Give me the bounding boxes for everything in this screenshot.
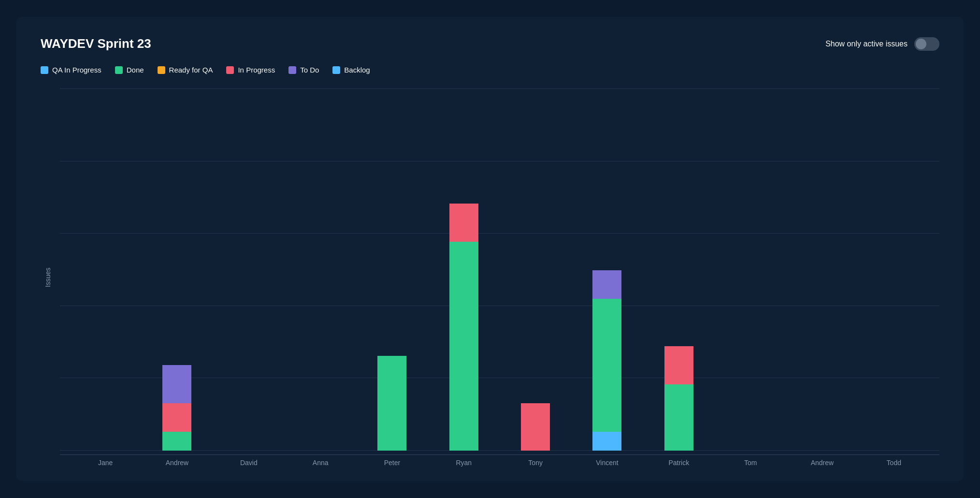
legend-swatch-backlog xyxy=(332,66,340,74)
toggle-area: Show only active issues xyxy=(825,37,939,51)
legend-item-ready-for-qa: Ready for QA xyxy=(158,66,213,74)
legend-item-in-progress: In Progress xyxy=(226,66,275,74)
x-label-andrew: Andrew xyxy=(141,455,213,467)
active-issues-toggle[interactable] xyxy=(914,37,939,51)
x-label-patrick: Patrick xyxy=(643,455,715,467)
bar-stack[interactable] xyxy=(664,346,693,451)
bar-group-david xyxy=(213,88,285,451)
x-label-ryan: Ryan xyxy=(428,455,500,467)
legend-item-qa-in-progress: QA In Progress xyxy=(41,66,101,74)
bar-group-anna xyxy=(285,88,356,451)
chart-inner: JaneAndrewDavidAnnaPeterRyanTonyVincentP… xyxy=(60,88,939,467)
legend-label-done: Done xyxy=(127,66,144,74)
legend-label-to-do: To Do xyxy=(300,66,319,74)
bar-group-jane xyxy=(70,88,141,451)
x-label-david: David xyxy=(213,455,285,467)
x-label-vincent: Vincent xyxy=(571,455,643,467)
bar-group-andrew xyxy=(786,88,858,451)
bar-segment-to-do xyxy=(162,365,191,403)
main-card: WAYDEV Sprint 23 Show only active issues… xyxy=(16,17,964,481)
legend-swatch-to-do xyxy=(288,66,296,74)
legend-label-qa-in-progress: QA In Progress xyxy=(52,66,101,74)
bars-container xyxy=(60,88,939,451)
bar-segment-done xyxy=(664,384,693,451)
chart-area: Issues JaneAndrewDavidAnnaPeterRyanTonyV… xyxy=(41,88,939,467)
bar-segment-in-progress xyxy=(162,403,191,432)
x-axis: JaneAndrewDavidAnnaPeterRyanTonyVincentP… xyxy=(60,454,939,467)
legend-label-in-progress: In Progress xyxy=(238,66,275,74)
bar-group-patrick xyxy=(643,88,715,451)
toggle-knob xyxy=(916,39,926,49)
legend-item-to-do: To Do xyxy=(288,66,319,74)
bar-segment-in-progress xyxy=(521,403,550,451)
x-label-anna: Anna xyxy=(285,455,356,467)
legend-swatch-in-progress xyxy=(226,66,234,74)
legend-label-backlog: Backlog xyxy=(344,66,370,74)
page-title: WAYDEV Sprint 23 xyxy=(41,36,151,51)
bar-group-peter xyxy=(356,88,428,451)
bar-group-todd xyxy=(858,88,930,451)
bar-group-vincent xyxy=(571,88,643,451)
legend-swatch-ready-for-qa xyxy=(158,66,165,74)
bar-segment-done xyxy=(377,356,406,451)
x-label-todd: Todd xyxy=(858,455,930,467)
bar-group-ryan xyxy=(428,88,500,451)
bar-group-tony xyxy=(500,88,571,451)
legend-swatch-done xyxy=(115,66,123,74)
bar-group-tom xyxy=(715,88,786,451)
bar-segment-in-progress xyxy=(664,346,693,384)
bar-stack[interactable] xyxy=(521,403,550,451)
bar-segment-done xyxy=(449,242,478,451)
legend-item-done: Done xyxy=(115,66,144,74)
x-label-tom: Tom xyxy=(715,455,786,467)
bar-segment-done xyxy=(162,432,191,451)
bar-segment-in-progress xyxy=(449,204,478,242)
header: WAYDEV Sprint 23 Show only active issues xyxy=(41,36,939,51)
legend: QA In Progress Done Ready for QA In Prog… xyxy=(41,66,939,74)
bar-stack[interactable] xyxy=(162,365,191,451)
bar-segment-done xyxy=(592,299,621,432)
x-label-tony: Tony xyxy=(500,455,571,467)
x-label-jane: Jane xyxy=(70,455,141,467)
bar-segment-to-do xyxy=(592,270,621,299)
x-label-peter: Peter xyxy=(356,455,428,467)
toggle-label: Show only active issues xyxy=(825,40,908,48)
y-axis-label: Issues xyxy=(41,88,55,467)
legend-label-ready-for-qa: Ready for QA xyxy=(169,66,213,74)
bar-stack[interactable] xyxy=(592,270,621,451)
bar-stack[interactable] xyxy=(377,356,406,451)
legend-item-backlog: Backlog xyxy=(332,66,370,74)
bar-stack[interactable] xyxy=(449,204,478,451)
x-label-andrew: Andrew xyxy=(786,455,858,467)
bar-segment-qa-in-progress xyxy=(592,432,621,451)
bar-group-andrew xyxy=(141,88,213,451)
grid-and-bars xyxy=(60,88,939,451)
legend-swatch-qa-in-progress xyxy=(41,66,48,74)
